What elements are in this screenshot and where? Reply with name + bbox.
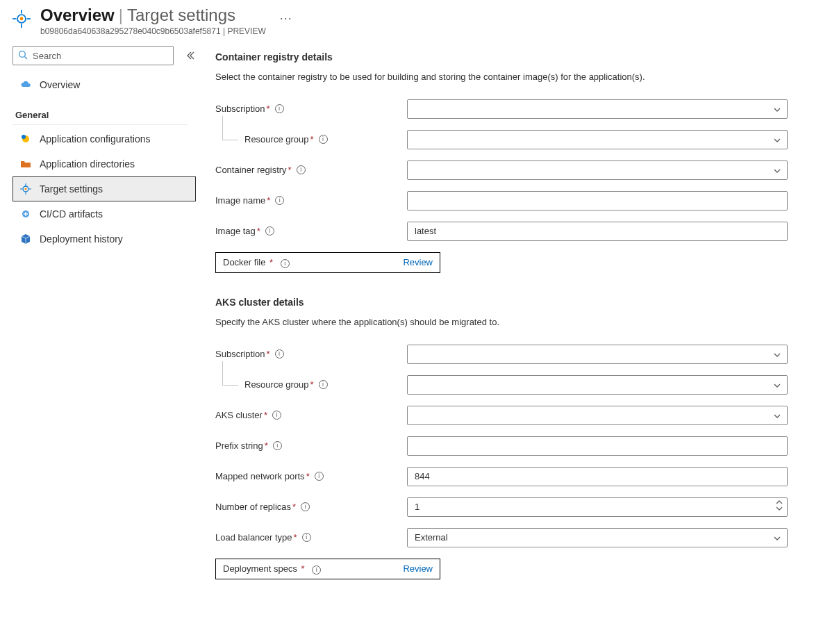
sidebar: Overview General Application configurati… xyxy=(0,39,201,258)
docker-file-review-link[interactable]: Review xyxy=(403,257,433,267)
info-icon[interactable]: i xyxy=(273,441,282,450)
label-aks-subscription: Subscription*i xyxy=(215,349,407,359)
header-title-block: Overview|Target settings b09806da640638a… xyxy=(40,6,266,36)
header-subtitle: b09806da640638a295278e040c9b6503afef5871… xyxy=(40,26,266,36)
sidebar-item-app-dirs[interactable]: Application directories xyxy=(13,151,196,176)
label-image-tag: Image tag*i xyxy=(215,226,407,236)
main-content: Container registry details Select the co… xyxy=(201,39,814,620)
sidebar-item-app-configs[interactable]: Application configurations xyxy=(13,126,196,151)
load-balancer-dropdown[interactable]: External xyxy=(407,528,788,547)
section-heading-registry: Container registry details xyxy=(215,51,792,63)
label-aks-cluster: AKS cluster*i xyxy=(215,410,407,420)
info-icon[interactable]: i xyxy=(272,411,281,420)
aks-resource-group-dropdown[interactable] xyxy=(407,375,788,395)
folder-icon xyxy=(20,158,31,170)
chevron-down-icon xyxy=(773,381,781,390)
info-icon[interactable]: i xyxy=(275,104,284,113)
sidebar-item-target-settings[interactable]: Target settings xyxy=(13,176,196,201)
mapped-ports-input[interactable] xyxy=(407,467,788,486)
svg-line-7 xyxy=(25,57,28,60)
image-tag-input[interactable] xyxy=(407,222,788,241)
label-subscription: Subscription*i xyxy=(215,104,407,114)
artifact-icon xyxy=(20,208,31,220)
info-icon[interactable]: i xyxy=(297,165,306,174)
page-header: Overview|Target settings b09806da640638a… xyxy=(0,0,814,39)
step-down-button[interactable] xyxy=(776,506,783,511)
chevron-down-icon xyxy=(773,412,781,420)
label-aks-resource-group: Resource group*i xyxy=(215,379,407,390)
replicas-stepper[interactable]: 1 xyxy=(407,497,788,517)
svg-point-11 xyxy=(25,188,27,190)
label-mapped-ports: Mapped network ports*i xyxy=(215,471,407,481)
svg-point-1 xyxy=(20,17,24,21)
label-prefix-string: Prefix string*i xyxy=(215,440,407,451)
chevron-down-icon xyxy=(773,534,781,543)
svg-point-9 xyxy=(22,135,26,139)
info-icon[interactable]: i xyxy=(281,259,290,268)
section-desc-aks: Specify the AKS cluster where the applic… xyxy=(215,316,792,329)
sidebar-item-deploy-history[interactable]: Deployment history xyxy=(13,226,196,251)
info-icon[interactable]: i xyxy=(302,533,311,542)
label-docker-file: Docker file * i xyxy=(223,257,290,268)
required-marker: * xyxy=(265,104,272,114)
sidebar-divider xyxy=(13,124,188,125)
section-heading-aks: AKS cluster details xyxy=(215,297,792,308)
sidebar-section-general: General xyxy=(13,97,196,123)
deployment-specs-row: Deployment specs * i Review xyxy=(215,559,440,579)
page-title: Overview|Target settings xyxy=(40,6,266,25)
label-container-registry: Container registry*i xyxy=(215,165,407,175)
lb-value: External xyxy=(415,532,448,543)
search-input[interactable] xyxy=(13,46,174,65)
image-name-input[interactable] xyxy=(407,191,788,210)
aks-cluster-dropdown[interactable] xyxy=(407,406,788,425)
box-icon xyxy=(20,233,31,245)
deployment-specs-review-link[interactable]: Review xyxy=(403,563,433,574)
info-icon[interactable]: i xyxy=(275,349,284,358)
sidebar-item-label: Application directories xyxy=(40,158,135,170)
info-icon[interactable]: i xyxy=(319,380,328,389)
info-icon[interactable]: i xyxy=(312,565,321,575)
chevron-down-icon xyxy=(773,106,781,114)
cloud-icon xyxy=(20,79,31,90)
info-icon[interactable]: i xyxy=(275,196,284,205)
target-icon xyxy=(13,10,31,28)
info-icon[interactable]: i xyxy=(301,502,310,511)
svg-point-6 xyxy=(19,51,26,58)
title-sub: Target settings xyxy=(127,6,235,24)
replicas-value: 1 xyxy=(415,502,420,512)
label-image-name: Image name*i xyxy=(215,195,407,206)
subscription-dropdown[interactable] xyxy=(407,99,788,119)
sidebar-item-label: CI/CD artifacts xyxy=(40,208,103,220)
chevron-down-icon xyxy=(773,167,781,175)
step-up-button[interactable] xyxy=(776,499,783,505)
sidebar-item-label: Application configurations xyxy=(40,133,151,145)
label-lb-type: Load balancer type*i xyxy=(215,532,407,543)
sidebar-item-label: Deployment history xyxy=(40,233,123,245)
section-desc-registry: Select the container registry to be used… xyxy=(215,71,792,84)
sidebar-item-cicd[interactable]: CI/CD artifacts xyxy=(13,201,196,226)
config-icon xyxy=(20,133,31,145)
target-small-icon xyxy=(20,183,31,195)
chevron-down-icon xyxy=(773,351,781,359)
docker-file-row: Docker file * i Review xyxy=(215,252,440,273)
more-actions-button[interactable]: ··· xyxy=(276,6,297,26)
sidebar-item-label: Overview xyxy=(40,79,80,90)
label-replicas: Number of replicas*i xyxy=(215,502,407,512)
search-box xyxy=(13,46,174,65)
info-icon[interactable]: i xyxy=(315,472,324,481)
info-icon[interactable]: i xyxy=(319,135,328,144)
title-separator: | xyxy=(115,6,127,24)
sidebar-item-overview[interactable]: Overview xyxy=(13,72,196,97)
aks-subscription-dropdown[interactable] xyxy=(407,345,788,364)
label-resource-group: Resource group*i xyxy=(215,134,407,145)
chevron-down-icon xyxy=(773,136,781,145)
label-deployment-specs: Deployment specs * i xyxy=(223,563,321,575)
collapse-sidebar-button[interactable] xyxy=(185,50,196,61)
info-icon[interactable]: i xyxy=(265,226,274,236)
search-icon xyxy=(17,49,28,60)
prefix-string-input[interactable] xyxy=(407,436,788,456)
sidebar-item-label: Target settings xyxy=(40,183,103,195)
title-main: Overview xyxy=(40,6,115,24)
resource-group-dropdown[interactable] xyxy=(407,130,788,149)
container-registry-dropdown[interactable] xyxy=(407,160,788,180)
